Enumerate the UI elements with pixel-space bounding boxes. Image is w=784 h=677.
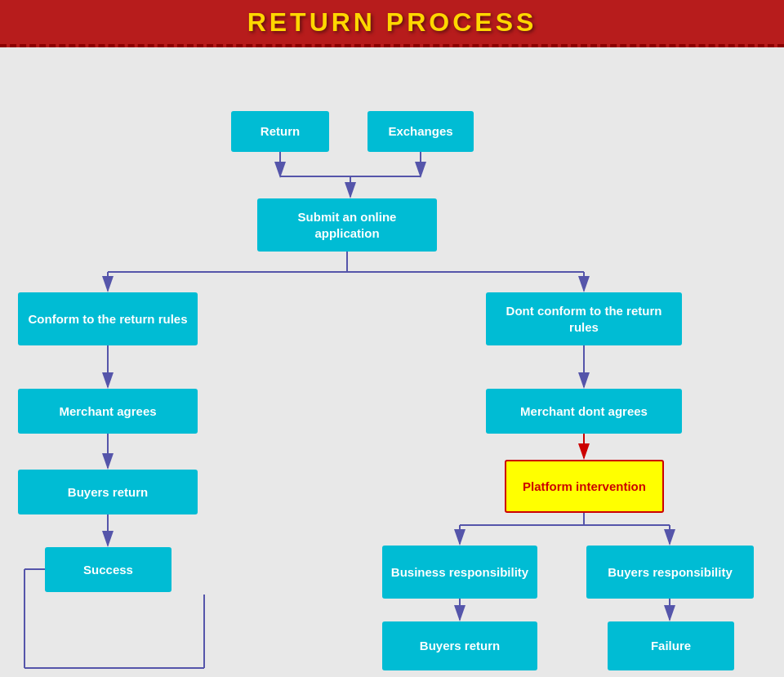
exchanges-box: Exchanges [368,111,474,152]
submit-box: Submit an online application [257,198,437,252]
page-title: RETURN PROCESS [247,7,537,38]
page: RETURN PROCESS [0,0,784,677]
platform-box: Platform intervention [505,460,664,513]
not-conform-box: Dont conform to the return rules [486,292,682,345]
buyers-responsibility-box: Buyers responsibility [586,546,754,599]
buyers-return-right-box: Buyers return [382,621,537,670]
business-responsibility-box: Business responsibility [382,546,537,599]
merchant-dont-box: Merchant dont agrees [486,389,682,434]
return-box: Return [231,111,329,152]
success-box: Success [45,547,172,592]
header: RETURN PROCESS [0,0,784,47]
failure-box: Failure [608,621,734,670]
merchant-agrees-box: Merchant agrees [18,389,198,434]
buyers-return-left-box: Buyers return [18,470,198,514]
conform-box: Conform to the return rules [18,292,198,345]
diagram: Return Exchanges Submit an online applic… [0,47,784,677]
